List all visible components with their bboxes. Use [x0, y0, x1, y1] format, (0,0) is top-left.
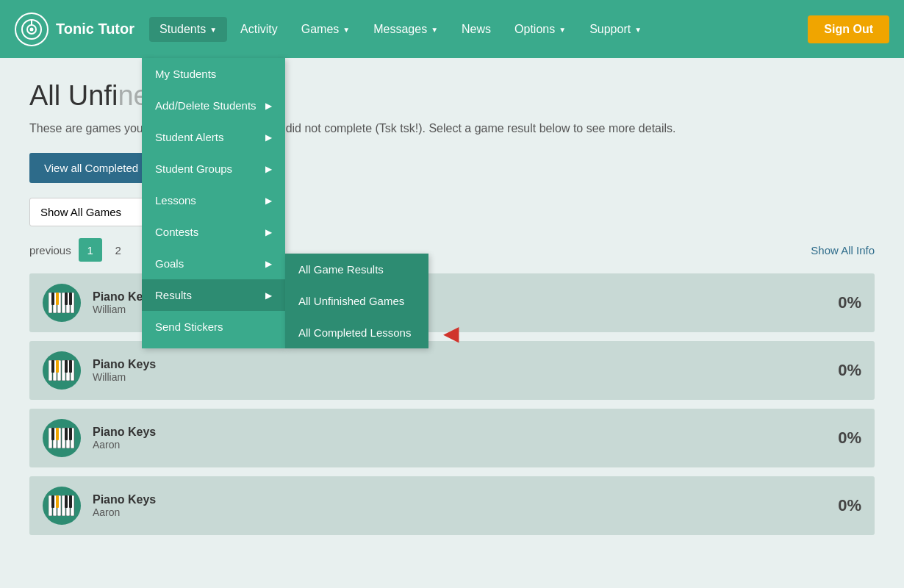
page-button-2[interactable]: 2 [107, 238, 130, 262]
dropdown-item-goals[interactable]: Goals ▶ [142, 248, 285, 279]
nav-items: Students ▼ Activity Games ▼ Messages ▼ N… [149, 17, 808, 42]
game-name: Piano Keys [93, 493, 826, 506]
submenu-item-all-unfinished-games[interactable]: All Unfinished Games [285, 285, 428, 317]
nav-item-support[interactable]: Support ▼ [579, 17, 652, 42]
svg-rect-32 [65, 428, 68, 440]
nav-item-students[interactable]: Students ▼ [149, 17, 227, 42]
chevron-right-icon: ▶ [265, 290, 272, 301]
dropdown-item-lessons[interactable]: Lessons ▶ [142, 184, 285, 216]
table-row[interactable]: Piano Keys William 0% [29, 341, 875, 400]
chevron-right-icon: ▶ [265, 227, 272, 237]
brand-title: Tonic Tutor [56, 21, 134, 37]
svg-point-3 [30, 27, 34, 31]
svg-rect-13 [69, 293, 72, 305]
piano-keys-icon [49, 428, 75, 448]
game-icon [43, 284, 81, 322]
page-button-1[interactable]: 1 [79, 238, 102, 262]
chevron-down-icon: ▼ [431, 26, 438, 34]
chevron-right-icon: ▶ [265, 101, 272, 111]
nav-item-games[interactable]: Games ▼ [291, 17, 360, 42]
game-name: Piano Keys [93, 426, 826, 439]
dropdown-item-contests[interactable]: Contests ▶ [142, 216, 285, 248]
nav-item-options[interactable]: Options ▼ [504, 17, 576, 42]
brand: Tonic Tutor [15, 12, 134, 46]
show-all-info-link[interactable]: Show All Info [811, 244, 875, 257]
chevron-right-icon: ▶ [265, 259, 272, 269]
students-primary-menu: My Students Add/Delete Students ▶ Studen… [142, 58, 285, 348]
chevron-right-icon: ▶ [265, 196, 272, 206]
arrow-indicator-icon: ◀ [443, 320, 459, 345]
results-submenu: All Game Results All Unfinished Games Al… [285, 254, 428, 348]
game-name: Piano Keys [93, 358, 826, 371]
navbar: Tonic Tutor Students ▼ Activity Games ▼ … [0, 0, 904, 58]
chevron-down-icon: ▼ [342, 26, 350, 34]
piano-keys-icon [49, 293, 75, 313]
svg-rect-40 [51, 495, 54, 508]
sign-out-button[interactable]: Sign Out [808, 15, 889, 43]
dropdown-item-send-stickers[interactable]: Send Stickers [142, 311, 285, 343]
piano-keys-icon [49, 360, 75, 381]
svg-rect-30 [51, 428, 54, 440]
dropdown-item-my-students[interactable]: My Students [142, 58, 285, 90]
svg-rect-42 [65, 495, 68, 508]
game-score: 0% [838, 429, 861, 448]
piano-keys-icon [49, 495, 75, 516]
nav-item-news[interactable]: News [451, 17, 501, 42]
chevron-right-icon: ▶ [265, 164, 272, 174]
brand-logo [15, 12, 49, 46]
game-info: Piano Keys Aaron [93, 493, 826, 518]
game-info: Piano Keys William [93, 358, 826, 383]
brand-icon [21, 18, 43, 40]
chevron-down-icon: ▼ [634, 26, 642, 34]
game-info: Piano Keys Aaron [93, 426, 826, 451]
svg-rect-33 [69, 428, 72, 440]
dropdown-item-student-alerts[interactable]: Student Alerts ▶ [142, 121, 285, 153]
dropdown-item-add-delete-students[interactable]: Add/Delete Students ▶ [142, 90, 285, 121]
svg-rect-23 [69, 360, 72, 373]
svg-rect-41 [56, 495, 59, 508]
svg-rect-43 [69, 495, 72, 508]
pagination: previous 1 2 3 [29, 238, 158, 262]
submenu-item-all-completed-lessons[interactable]: All Completed Lessons ◀ [285, 317, 428, 348]
svg-rect-20 [51, 360, 54, 373]
nav-item-activity[interactable]: Activity [230, 17, 288, 42]
chevron-right-icon: ▶ [265, 132, 272, 143]
main-content: All Unfine Results These are games your … [0, 58, 904, 566]
game-student: William [93, 371, 826, 383]
svg-rect-31 [56, 428, 59, 440]
game-icon [43, 487, 81, 525]
dropdown-item-results[interactable]: Results ▶ [142, 279, 285, 311]
dropdown-item-student-groups[interactable]: Student Groups ▶ [142, 153, 285, 184]
submenu-item-all-game-results[interactable]: All Game Results [285, 254, 428, 285]
game-student: Aaron [93, 439, 826, 451]
table-row[interactable]: Piano Keys Aaron 0% [29, 476, 875, 535]
pagination-prev-label: previous [29, 244, 71, 257]
game-score: 0% [838, 361, 861, 380]
game-score: 0% [838, 496, 861, 515]
chevron-down-icon: ▼ [559, 26, 566, 34]
svg-rect-11 [56, 293, 59, 305]
svg-rect-21 [56, 360, 59, 373]
game-student: Aaron [93, 506, 826, 518]
svg-rect-10 [51, 293, 54, 305]
game-score: 0% [838, 293, 861, 312]
students-dropdown: My Students Add/Delete Students ▶ Studen… [142, 58, 428, 348]
game-icon [43, 419, 81, 457]
game-icon [43, 351, 81, 390]
chevron-down-icon: ▼ [209, 26, 217, 34]
table-row[interactable]: Piano Keys Aaron 0% [29, 409, 875, 467]
nav-item-messages[interactable]: Messages ▼ [363, 17, 448, 42]
svg-rect-12 [65, 293, 68, 305]
svg-rect-22 [65, 360, 68, 373]
